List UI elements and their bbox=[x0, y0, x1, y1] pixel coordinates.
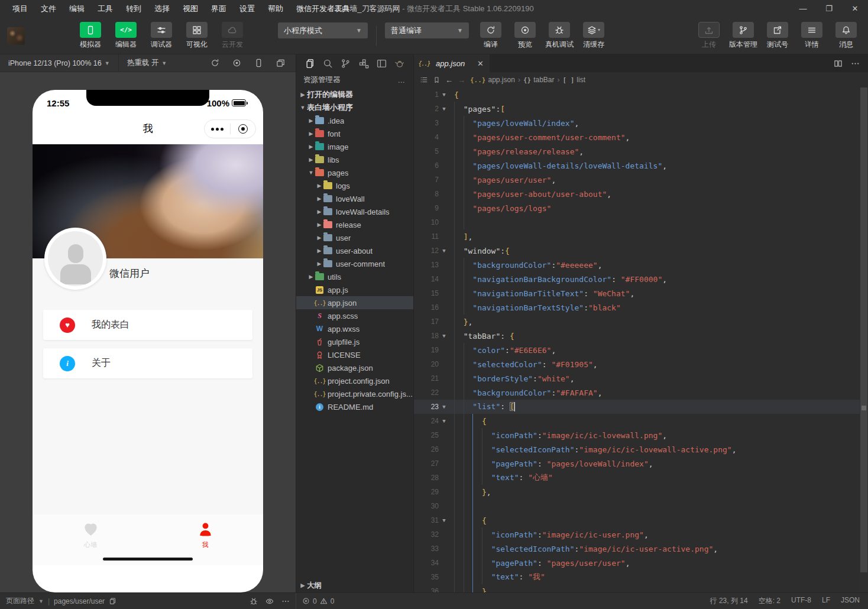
toolbar-button-版本管理[interactable]: 版本管理 bbox=[728, 22, 758, 50]
toolbar-button-预览[interactable]: 预览 bbox=[510, 22, 540, 50]
close-button[interactable]: ✕ bbox=[842, 0, 868, 18]
listicon-icon[interactable] bbox=[420, 76, 428, 84]
minimize-button[interactable]: — bbox=[790, 0, 816, 18]
device-frame-icon[interactable] bbox=[254, 59, 263, 67]
tree-item-app.js[interactable]: JSapp.js bbox=[296, 283, 413, 296]
menu-card-我的表白[interactable]: ♥我的表白 bbox=[43, 310, 252, 340]
eye-icon[interactable] bbox=[265, 597, 274, 605]
code-line-21[interactable]: 21 "borderStyle":"white", bbox=[414, 371, 868, 386]
breadcrumb-item-tabBar[interactable]: {}tabBar bbox=[523, 76, 555, 84]
tree-item-loveWall[interactable]: ▶loveWall bbox=[296, 192, 413, 205]
menu-card-关于[interactable]: i关于 bbox=[43, 348, 252, 378]
more-icon[interactable] bbox=[281, 597, 290, 605]
fold-chevron-icon[interactable]: ▼ bbox=[439, 404, 449, 410]
toolbar-button-上传[interactable]: 上传 bbox=[694, 22, 724, 50]
tree-item-.idea[interactable]: ▶.idea bbox=[296, 114, 413, 127]
detach-window-icon[interactable] bbox=[276, 59, 285, 67]
tree-item-user-about[interactable]: ▶user-about bbox=[296, 244, 413, 257]
tree-item-user[interactable]: ▶user bbox=[296, 231, 413, 244]
menu-微信开发者工具[interactable]: 微信开发者工具 bbox=[290, 0, 357, 18]
tree-item-project.config.json[interactable]: {..}project.config.json bbox=[296, 374, 413, 387]
tree-item-app.json[interactable]: {..}app.json bbox=[296, 296, 413, 309]
code-line-9[interactable]: 9 "pages/logs/logs" bbox=[414, 201, 868, 215]
hot-reload-toggle[interactable]: 热重载 开▼ bbox=[118, 54, 175, 72]
code-line-4[interactable]: 4 "pages/user-comment/user-comment", bbox=[414, 130, 868, 144]
menu-界面[interactable]: 界面 bbox=[205, 0, 233, 18]
tree-item-gulpfile.js[interactable]: gulpfile.js bbox=[296, 335, 413, 348]
bookmark-icon[interactable] bbox=[433, 76, 441, 84]
files-icon[interactable] bbox=[305, 59, 315, 69]
screenshot-icon[interactable] bbox=[232, 59, 241, 67]
code-line-7[interactable]: 7 "pages/user/user", bbox=[414, 173, 868, 187]
tree-item-release[interactable]: ▶release bbox=[296, 218, 413, 231]
tree-item-LICENSE[interactable]: LICENSE bbox=[296, 348, 413, 361]
tree-item-app.wxss[interactable]: Wapp.wxss bbox=[296, 322, 413, 335]
code-line-20[interactable]: 20 "selectedColor": "#F01905", bbox=[414, 357, 868, 371]
toolbar-button-云开发[interactable]: 云开发 bbox=[218, 22, 247, 50]
breadcrumb-item-app.json[interactable]: {..}app.json bbox=[470, 76, 515, 84]
code-line-14[interactable]: 14 "navigationBarBackgroundColor": "#FF0… bbox=[414, 272, 868, 286]
tree-item-package.json[interactable]: package.json bbox=[296, 361, 413, 374]
restart-icon[interactable] bbox=[210, 59, 219, 67]
tree-item-font[interactable]: ▶font bbox=[296, 127, 413, 140]
tree-item-image[interactable]: ▶image bbox=[296, 140, 413, 153]
device-selector[interactable]: iPhone 12/13 (Pro) 100% 16▼ bbox=[0, 54, 118, 72]
menu-转到[interactable]: 转到 bbox=[119, 0, 148, 18]
code-line-11[interactable]: 11 ], bbox=[414, 229, 868, 244]
tree-item-project.private.config.js...[interactable]: {..}project.private.config.js... bbox=[296, 387, 413, 400]
code-line-12[interactable]: 12▼ "window":{ bbox=[414, 244, 868, 258]
toolbar-button-可视化[interactable]: 可视化 bbox=[182, 22, 212, 50]
phone-tab-我[interactable]: 我 bbox=[182, 521, 229, 549]
bug-icon[interactable] bbox=[250, 597, 258, 605]
code-line-31[interactable]: 31▼ { bbox=[414, 513, 868, 527]
toolbar-button-模拟器[interactable]: 模拟器 bbox=[76, 22, 105, 50]
mode-select-dropdown[interactable]: 小程序模式▼ bbox=[278, 22, 368, 38]
fold-chevron-icon[interactable]: ▼ bbox=[439, 92, 449, 98]
search-icon[interactable] bbox=[323, 59, 333, 69]
code-line-22[interactable]: 22 "backgroundColor":"#FAFAFA", bbox=[414, 386, 868, 400]
problems-indicator[interactable]: 0 0 bbox=[302, 597, 334, 605]
code-line-1[interactable]: 1▼{ bbox=[414, 88, 868, 102]
code-line-29[interactable]: 29 }, bbox=[414, 485, 868, 499]
tree-item-utils[interactable]: ▶utils bbox=[296, 270, 413, 283]
toolbar-button-真机调试[interactable]: 真机调试 bbox=[545, 22, 574, 50]
eol-setting[interactable]: LF bbox=[822, 596, 830, 606]
indent-setting[interactable]: 空格: 2 bbox=[759, 596, 780, 606]
menu-视图[interactable]: 视图 bbox=[176, 0, 205, 18]
more-actions-icon[interactable]: … bbox=[398, 76, 407, 85]
code-line-24[interactable]: 24▼ { bbox=[414, 414, 868, 428]
tree-item-打开的编辑器[interactable]: ▶打开的编辑器 bbox=[296, 88, 413, 101]
tree-item-表白墙小程序[interactable]: ▼表白墙小程序 bbox=[296, 101, 413, 114]
wechat-capsule[interactable] bbox=[204, 119, 256, 138]
phone-tab-心墙[interactable]: 心墙 bbox=[67, 521, 114, 549]
code-line-18[interactable]: 18▼ "tabBar": { bbox=[414, 329, 868, 343]
language-mode[interactable]: JSON bbox=[841, 596, 860, 606]
breadcrumb-item-list[interactable]: [ ]list bbox=[562, 76, 585, 84]
toolbar-button-编辑器[interactable]: </>编辑器 bbox=[111, 22, 141, 50]
code-line-8[interactable]: 8 "pages/user-about/user-about", bbox=[414, 187, 868, 201]
menu-选择[interactable]: 选择 bbox=[148, 0, 176, 18]
menu-文件[interactable]: 文件 bbox=[34, 0, 63, 18]
code-line-6[interactable]: 6 "pages/loveWall-details/loveWall-detai… bbox=[414, 158, 868, 173]
back-icon[interactable]: ← bbox=[445, 76, 453, 85]
maximize-button[interactable]: ❐ bbox=[816, 0, 842, 18]
more-icon[interactable] bbox=[851, 59, 860, 68]
toolbar-button-清缓存[interactable]: ▾清缓存 bbox=[579, 22, 608, 50]
fold-chevron-icon[interactable]: ▼ bbox=[439, 248, 449, 254]
git-branch-icon[interactable] bbox=[341, 59, 351, 69]
code-line-10[interactable]: 10 bbox=[414, 215, 868, 229]
close-miniprogram-icon[interactable] bbox=[231, 120, 256, 138]
toolbar-button-消息[interactable]: 消息 bbox=[831, 22, 861, 50]
menu-设置[interactable]: 设置 bbox=[233, 0, 261, 18]
outline-section[interactable]: ▶ 大纲 bbox=[296, 578, 413, 592]
tree-item-loveWall-details[interactable]: ▶loveWall-details bbox=[296, 205, 413, 218]
scrollbar[interactable] bbox=[860, 88, 868, 592]
split-icon[interactable] bbox=[834, 59, 843, 68]
compile-select-dropdown[interactable]: 普通编译▼ bbox=[385, 22, 469, 38]
code-line-13[interactable]: 13 "backgroundColor":"#eeeeee", bbox=[414, 258, 868, 272]
code-line-23[interactable]: 23▼ "list": [ bbox=[414, 400, 868, 414]
fold-chevron-icon[interactable]: ▼ bbox=[439, 106, 449, 112]
tree-item-libs[interactable]: ▶libs bbox=[296, 153, 413, 166]
code-line-30[interactable]: 30 bbox=[414, 499, 868, 513]
tree-item-user-comment[interactable]: ▶user-comment bbox=[296, 257, 413, 270]
